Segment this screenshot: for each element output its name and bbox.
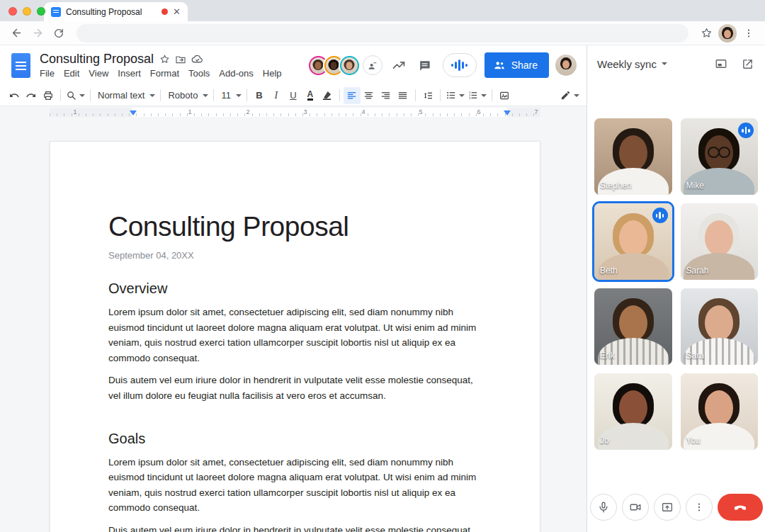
call-audio-button[interactable] <box>443 53 477 77</box>
underline-button[interactable]: U <box>285 87 302 104</box>
italic-button[interactable]: I <box>268 87 285 104</box>
align-center-button[interactable] <box>361 87 378 104</box>
cloud-saved-icon[interactable] <box>191 53 203 65</box>
comments-icon[interactable] <box>415 55 435 75</box>
editing-mode-selector[interactable] <box>559 87 581 104</box>
paragraph: Duis autem vel eum iriure dolor in hendr… <box>108 523 482 532</box>
move-folder-icon[interactable] <box>175 54 186 65</box>
document-title[interactable]: Consulting Proposal <box>40 52 154 67</box>
ruler-mark: 4 <box>361 108 365 115</box>
redo-button[interactable] <box>23 87 40 104</box>
bookmark-star-icon[interactable] <box>697 24 715 43</box>
open-in-new-icon[interactable] <box>742 58 754 70</box>
browser-tabstrip: Consulting Proposal ✕ <box>0 0 765 21</box>
tab-close-icon[interactable]: ✕ <box>173 7 181 16</box>
more-options-button[interactable] <box>686 494 713 521</box>
person-glasses <box>706 147 732 155</box>
menu-tools[interactable]: Tools <box>188 68 210 79</box>
call-controls <box>587 494 765 521</box>
window-zoom-button[interactable] <box>37 7 45 16</box>
forward-button[interactable] <box>28 24 47 43</box>
tile-mike[interactable]: Mike <box>681 118 759 195</box>
doc-title-text: Consulting Proposal <box>108 210 482 244</box>
tile-sarah[interactable]: Sarah <box>681 203 759 280</box>
end-call-button[interactable] <box>718 494 763 521</box>
docs-profile-avatar[interactable] <box>555 55 577 76</box>
section-heading: Overview <box>108 279 482 298</box>
window-minimize-button[interactable] <box>23 7 31 16</box>
font-selector[interactable]: Roboto <box>164 87 210 104</box>
activity-dashboard-icon[interactable] <box>389 55 409 75</box>
speaking-indicator-icon <box>652 208 668 223</box>
highlight-color-button[interactable] <box>319 87 336 104</box>
numbered-list-button[interactable]: 123 <box>466 87 488 104</box>
right-indent-marker[interactable] <box>504 111 511 115</box>
tile-stephen[interactable]: Stephen <box>594 118 672 195</box>
back-button[interactable] <box>7 24 26 43</box>
font-size-selector[interactable]: 11 <box>217 87 243 104</box>
browser-menu-icon[interactable] <box>740 24 758 43</box>
window-close-button[interactable] <box>8 7 17 16</box>
meeting-name[interactable]: Weekly sync <box>597 58 657 70</box>
tile-you[interactable]: You <box>681 373 759 450</box>
participant-grid: Stephen Mike Beth Sarah <box>594 118 758 450</box>
tile-jo[interactable]: Jo <box>594 373 672 450</box>
browser-profile-avatar[interactable] <box>718 24 737 43</box>
menu-format[interactable]: Format <box>150 68 179 79</box>
line-spacing-button[interactable] <box>419 87 436 104</box>
collaborator-avatar[interactable] <box>340 56 359 75</box>
person-face <box>705 220 733 256</box>
document-section: Goals Lorem ipsum dolor sit amet, consec… <box>108 429 482 532</box>
meet-header: Weekly sync <box>587 45 765 70</box>
hidden-collaborators-icon[interactable] <box>363 55 382 75</box>
justify-button[interactable] <box>395 87 412 104</box>
tile-erik[interactable]: Erik <box>594 288 672 365</box>
tile-beth[interactable]: Beth <box>594 203 672 280</box>
docs-logo-icon[interactable] <box>11 53 30 78</box>
reload-button[interactable] <box>50 24 68 43</box>
ruler-mark: 7 <box>534 108 538 115</box>
undo-button[interactable] <box>6 87 23 104</box>
address-bar[interactable] <box>76 24 688 43</box>
tile-sara[interactable]: Sara <box>681 288 759 365</box>
paragraph: Duis autem vel eum iriure dolor in hendr… <box>108 373 482 403</box>
bold-button[interactable]: B <box>251 87 268 104</box>
participant-name: You <box>686 436 701 446</box>
align-left-button[interactable] <box>344 87 361 104</box>
chevron-down-icon[interactable] <box>662 62 667 65</box>
browser-tab[interactable]: Consulting Proposal ✕ <box>44 2 188 21</box>
text-color-button[interactable]: A <box>302 87 319 104</box>
person-face <box>705 305 733 341</box>
paragraph-style-selector[interactable]: Normal text <box>94 87 157 104</box>
menu-help[interactable]: Help <box>263 68 282 79</box>
camera-button[interactable] <box>622 494 649 521</box>
picture-in-picture-icon[interactable] <box>715 57 727 70</box>
print-button[interactable] <box>40 87 57 104</box>
bulleted-list-button[interactable] <box>444 87 466 104</box>
left-indent-marker[interactable] <box>130 111 137 115</box>
present-screen-button[interactable] <box>654 494 681 521</box>
menu-add-ons[interactable]: Add-ons <box>219 68 253 79</box>
share-people-icon <box>493 59 506 72</box>
menu-view[interactable]: View <box>89 68 108 79</box>
align-right-button[interactable] <box>378 87 395 104</box>
call-end-icon <box>732 499 748 515</box>
share-button[interactable]: Share <box>484 52 549 78</box>
menu-file[interactable]: File <box>40 68 55 79</box>
format-toolbar: Normal text Roboto 11 B I U A <box>0 85 586 106</box>
person-face <box>619 305 647 341</box>
zoom-selector[interactable] <box>64 87 86 104</box>
collaborator-facepile <box>309 56 359 75</box>
menubar: FileEditViewInsertFormatToolsAdd-onsHelp <box>40 68 291 79</box>
menu-insert[interactable]: Insert <box>118 68 141 79</box>
person-face <box>705 390 733 426</box>
participant-name: Sarah <box>686 266 709 276</box>
browser-toolbar <box>0 21 765 45</box>
ruler-mark: 1 <box>188 108 191 115</box>
insert-image-button[interactable] <box>496 87 513 104</box>
menu-edit[interactable]: Edit <box>64 68 79 79</box>
document-page[interactable]: Consulting Proposal September 04, 20XX O… <box>50 141 540 532</box>
screen: Consulting Proposal ✕ <box>0 0 765 532</box>
microphone-button[interactable] <box>590 494 617 521</box>
star-document-icon[interactable] <box>159 54 170 64</box>
